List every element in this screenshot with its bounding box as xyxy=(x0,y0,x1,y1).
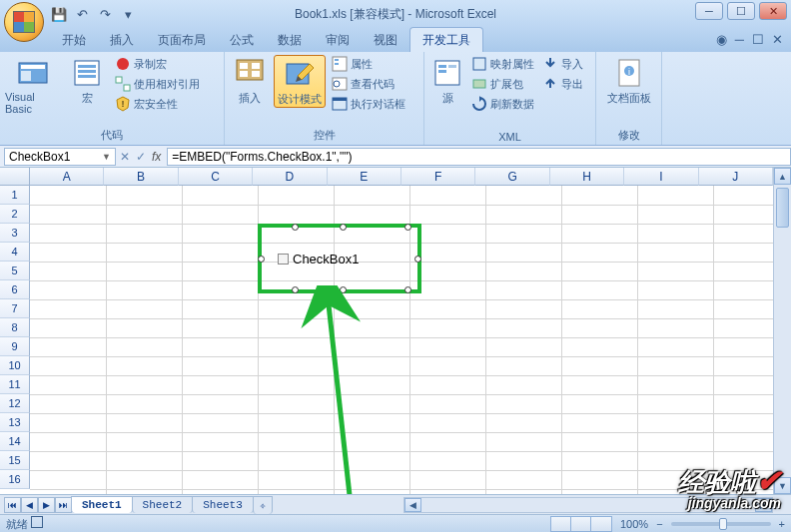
row-header[interactable]: 4 xyxy=(0,243,30,262)
undo-icon[interactable]: ↶ xyxy=(73,5,91,23)
column-header[interactable]: B xyxy=(104,168,178,186)
tab-review[interactable]: 审阅 xyxy=(314,28,362,52)
new-sheet-button[interactable]: ✧ xyxy=(253,496,274,514)
row-header[interactable]: 14 xyxy=(0,432,30,451)
qat-dropdown-icon[interactable]: ▾ xyxy=(119,5,137,23)
macro-security-button[interactable]: !宏安全性 xyxy=(113,95,202,113)
status-bar: 就绪 100% − + xyxy=(0,514,791,532)
view-code-button[interactable]: 查看代码 xyxy=(330,75,407,93)
scroll-down-icon[interactable]: ▼ xyxy=(774,477,791,494)
group-label-code: 代码 xyxy=(5,127,219,144)
fx-icon[interactable]: fx xyxy=(152,150,161,164)
zoom-thumb[interactable] xyxy=(719,518,727,530)
import-button[interactable]: 导入 xyxy=(540,55,585,73)
tab-nav-next[interactable]: ▶ xyxy=(38,497,55,513)
visual-basic-button[interactable]: Visual Basic xyxy=(5,55,61,115)
name-box[interactable]: CheckBox1▼ xyxy=(4,148,116,166)
column-header[interactable]: G xyxy=(475,168,549,186)
properties-button[interactable]: 属性 xyxy=(330,55,407,73)
zoom-in-button[interactable]: + xyxy=(779,518,785,530)
redo-icon[interactable]: ↷ xyxy=(96,5,114,23)
tab-view[interactable]: 视图 xyxy=(362,28,409,52)
page-layout-view-button[interactable] xyxy=(571,517,591,531)
normal-view-button[interactable] xyxy=(551,517,571,531)
expansion-pack-button[interactable]: 扩展包 xyxy=(469,75,536,93)
select-all-corner[interactable] xyxy=(0,168,30,186)
column-header[interactable]: A xyxy=(30,168,104,186)
cells-area[interactable]: CheckBox1 xyxy=(30,186,773,494)
row-header[interactable]: 6 xyxy=(0,280,30,299)
minimize-button[interactable]: ─ xyxy=(695,2,723,20)
column-header[interactable]: H xyxy=(550,168,624,186)
tab-data[interactable]: 数据 xyxy=(266,28,314,52)
zoom-out-button[interactable]: − xyxy=(656,518,662,530)
ribbon-close-icon[interactable]: ✕ xyxy=(772,32,783,47)
tab-formulas[interactable]: 公式 xyxy=(218,28,266,52)
macro-record-indicator-icon[interactable] xyxy=(31,516,43,528)
run-dialog-button[interactable]: 执行对话框 xyxy=(330,95,407,113)
column-header[interactable]: J xyxy=(699,168,773,186)
checkbox-control[interactable]: CheckBox1 xyxy=(258,224,421,293)
use-relative-button[interactable]: 使用相对引用 xyxy=(113,75,202,93)
row-header[interactable]: 7 xyxy=(0,299,30,318)
row-header[interactable]: 11 xyxy=(0,375,30,394)
close-button[interactable]: ✕ xyxy=(759,2,787,20)
row-header[interactable]: 9 xyxy=(0,337,30,356)
row-header[interactable]: 13 xyxy=(0,413,30,432)
xml-source-button[interactable]: 源 xyxy=(429,55,465,106)
row-header[interactable]: 16 xyxy=(0,470,30,489)
row-header[interactable]: 15 xyxy=(0,451,30,470)
design-mode-button[interactable]: 设计模式 xyxy=(274,55,326,108)
tab-nav-first[interactable]: ⏮ xyxy=(4,497,21,513)
row-header[interactable]: 3 xyxy=(0,224,30,243)
row-header[interactable]: 2 xyxy=(0,205,30,224)
row-header[interactable]: 12 xyxy=(0,394,30,413)
scroll-up-icon[interactable]: ▲ xyxy=(774,168,791,185)
map-properties-button[interactable]: 映射属性 xyxy=(469,55,536,73)
sheet-tab-1[interactable]: Sheet1 xyxy=(71,496,133,513)
column-header[interactable]: F xyxy=(401,168,475,186)
sheet-tabs-bar: ⏮ ◀ ▶ ⏭ Sheet1 Sheet2 Sheet3 ✧ ◀ ▶ xyxy=(0,494,791,514)
enter-formula-icon[interactable]: ✓ xyxy=(136,150,146,164)
row-header[interactable]: 1 xyxy=(0,186,30,205)
row-header[interactable]: 10 xyxy=(0,356,30,375)
save-icon[interactable]: 💾 xyxy=(50,5,68,23)
help-icon[interactable]: ◉ xyxy=(716,32,727,47)
record-macro-button[interactable]: 录制宏 xyxy=(113,55,202,73)
insert-control-button[interactable]: 插入 xyxy=(230,55,270,106)
formula-input[interactable]: =EMBED("Forms.CheckBox.1","") xyxy=(167,148,791,166)
ribbon-restore-icon[interactable]: ☐ xyxy=(752,32,764,47)
zoom-slider[interactable] xyxy=(671,522,771,526)
scroll-left-icon[interactable]: ◀ xyxy=(404,498,421,512)
maximize-button[interactable]: ☐ xyxy=(727,2,755,20)
tab-home[interactable]: 开始 xyxy=(50,28,98,52)
tab-developer[interactable]: 开发工具 xyxy=(409,27,483,52)
scroll-right-icon[interactable]: ▶ xyxy=(755,498,772,512)
row-header[interactable]: 5 xyxy=(0,262,30,280)
horizontal-scrollbar[interactable]: ◀ ▶ xyxy=(403,497,773,513)
page-break-view-button[interactable] xyxy=(591,517,611,531)
office-button[interactable] xyxy=(4,2,44,42)
scroll-thumb[interactable] xyxy=(776,188,789,228)
tab-nav-prev[interactable]: ◀ xyxy=(21,497,38,513)
column-header[interactable]: I xyxy=(624,168,698,186)
column-header[interactable]: D xyxy=(253,168,327,186)
vertical-scrollbar[interactable]: ▲ ▼ xyxy=(773,168,791,494)
column-header[interactable]: E xyxy=(328,168,401,186)
refresh-data-button[interactable]: 刷新数据 xyxy=(469,95,536,113)
tab-insert[interactable]: 插入 xyxy=(98,28,146,52)
document-panel-button[interactable]: i 文档面板 xyxy=(601,55,656,106)
tab-pagelayout[interactable]: 页面布局 xyxy=(146,28,218,52)
zoom-level[interactable]: 100% xyxy=(620,518,648,530)
sheet-tab-3[interactable]: Sheet3 xyxy=(192,496,254,513)
sheet-tab-2[interactable]: Sheet2 xyxy=(132,496,194,513)
tab-nav-last[interactable]: ⏭ xyxy=(55,497,72,513)
export-button[interactable]: 导出 xyxy=(540,75,585,93)
row-header[interactable]: 8 xyxy=(0,318,30,337)
ribbon-minimize-icon[interactable]: ─ xyxy=(735,32,744,47)
column-header[interactable]: C xyxy=(179,168,253,186)
svg-rect-29 xyxy=(473,80,485,88)
cancel-formula-icon[interactable]: ✕ xyxy=(120,150,130,164)
svg-rect-2 xyxy=(21,71,31,81)
macros-button[interactable]: 宏 xyxy=(65,55,109,106)
